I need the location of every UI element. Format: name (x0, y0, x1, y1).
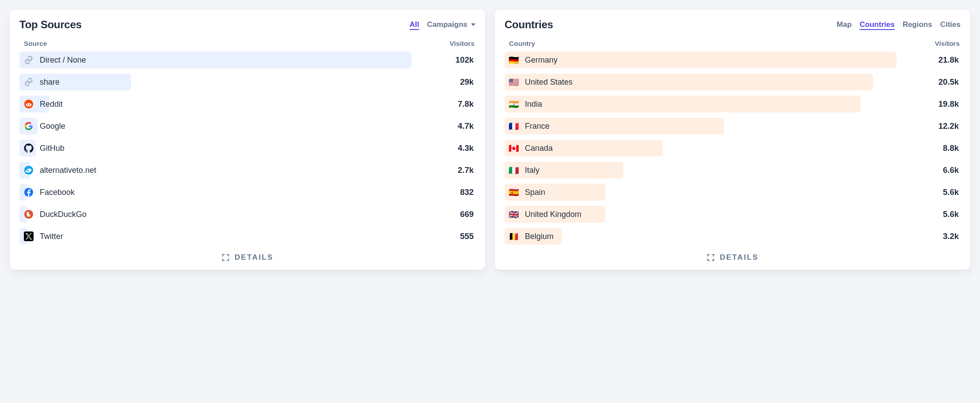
row-value: 8.8k (928, 143, 959, 153)
row-label: DuckDuckGo (40, 210, 87, 219)
row-left: DuckDuckGo (24, 209, 437, 219)
list-item[interactable]: GitHub4.3k (19, 138, 475, 158)
row-left: 🇪🇸Spain (509, 187, 922, 197)
row-left: Direct / None (24, 55, 437, 65)
row-left: 🇧🇪Belgium (509, 231, 922, 241)
flag-icon: 🇬🇧 (509, 209, 519, 219)
list-item[interactable]: share29k (19, 72, 475, 92)
chevron-down-icon (471, 23, 475, 26)
list-item[interactable]: alternativeto.net2.7k (19, 160, 475, 180)
ddg-icon (24, 209, 34, 219)
countries-rows: 🇩🇪Germany21.8k🇺🇸United States20.5k🇮🇳Indi… (505, 50, 961, 249)
card-header: Countries Map Countries Regions Cities (505, 19, 961, 31)
tab-all[interactable]: All (410, 20, 419, 29)
tab-cities[interactable]: Cities (940, 20, 961, 29)
sources-rows: Direct / None102kshare29kReddit7.8kGoogl… (19, 50, 475, 249)
row-label: Spain (525, 188, 545, 197)
tab-map[interactable]: Map (837, 20, 852, 29)
sources-column-header: Source Visitors (19, 37, 475, 50)
flag-icon: 🇫🇷 (509, 121, 519, 131)
list-item[interactable]: 🇨🇦Canada8.8k (505, 138, 961, 158)
row-label: Canada (525, 144, 553, 153)
list-item[interactable]: DuckDuckGo669 (19, 205, 475, 224)
list-item[interactable]: Facebook832 (19, 183, 475, 202)
flag-icon: 🇧🇪 (509, 231, 519, 241)
row-label: United Kingdom (525, 210, 581, 219)
row-left: 🇮🇹Italy (509, 165, 922, 175)
list-item[interactable]: 🇪🇸Spain5.6k (505, 183, 961, 202)
row-value: 29k (443, 77, 474, 87)
row-label: GitHub (40, 144, 64, 153)
row-value: 12.2k (928, 121, 959, 131)
countries-tabs: Map Countries Regions Cities (837, 20, 961, 29)
list-item[interactable]: Reddit7.8k (19, 94, 475, 114)
twitter-icon (24, 231, 34, 241)
row-label: Germany (525, 56, 558, 65)
sources-tabs: All Campaigns (410, 20, 475, 29)
card-title: Countries (505, 19, 553, 31)
list-item[interactable]: Google4.7k (19, 116, 475, 136)
row-left: 🇫🇷France (509, 121, 922, 131)
list-item[interactable]: 🇧🇪Belgium3.2k (505, 227, 961, 246)
row-label: share (40, 78, 60, 87)
list-item[interactable]: 🇮🇹Italy6.6k (505, 160, 961, 180)
row-value: 21.8k (928, 55, 959, 65)
row-label: Belgium (525, 232, 554, 241)
list-item[interactable]: 🇮🇳India19.8k (505, 94, 961, 114)
flag-icon: 🇪🇸 (509, 187, 519, 197)
col-source: Source (24, 40, 47, 48)
row-left: 🇮🇳India (509, 99, 922, 109)
list-item[interactable]: 🇬🇧United Kingdom5.6k (505, 205, 961, 224)
row-left: GitHub (24, 143, 437, 153)
row-left: Google (24, 121, 437, 131)
col-visitors: Visitors (449, 40, 475, 48)
row-label: Facebook (40, 188, 75, 197)
row-left: 🇬🇧United Kingdom (509, 209, 922, 219)
row-left: alternativeto.net (24, 165, 437, 175)
github-icon (24, 143, 34, 153)
flag-icon: 🇺🇸 (509, 77, 519, 87)
flag-icon: 🇩🇪 (509, 55, 519, 65)
row-value: 7.8k (443, 99, 474, 109)
expand-icon (221, 253, 230, 262)
row-value: 669 (443, 209, 474, 219)
link-icon (24, 77, 34, 87)
facebook-icon (24, 187, 34, 197)
google-icon (24, 121, 34, 131)
tab-campaigns-label: Campaigns (427, 20, 467, 29)
row-left: 🇺🇸United States (509, 77, 922, 87)
list-item[interactable]: Twitter555 (19, 227, 475, 246)
list-item[interactable]: 🇺🇸United States20.5k (505, 72, 961, 92)
countries-details-button[interactable]: DETAILS (505, 249, 961, 262)
tab-countries[interactable]: Countries (859, 20, 894, 29)
col-visitors: Visitors (935, 40, 960, 48)
flag-icon: 🇮🇹 (509, 165, 519, 175)
countries-column-header: Country Visitors (505, 37, 961, 50)
tab-regions[interactable]: Regions (903, 20, 932, 29)
row-label: India (525, 100, 542, 109)
flag-icon: 🇮🇳 (509, 99, 519, 109)
svg-point-2 (27, 104, 28, 105)
row-value: 832 (443, 187, 474, 197)
alt-icon (24, 165, 34, 175)
row-left: Facebook (24, 187, 437, 197)
svg-point-3 (30, 104, 30, 105)
tab-campaigns[interactable]: Campaigns (427, 20, 475, 29)
expand-icon (706, 253, 715, 262)
link-icon (24, 55, 34, 65)
details-label: DETAILS (720, 253, 758, 262)
row-left: 🇩🇪Germany (509, 55, 922, 65)
reddit-icon (24, 99, 34, 109)
row-left: share (24, 77, 437, 87)
svg-rect-9 (24, 231, 34, 241)
list-item[interactable]: 🇫🇷France12.2k (505, 116, 961, 136)
sources-details-button[interactable]: DETAILS (19, 249, 475, 262)
col-country: Country (509, 40, 535, 48)
row-value: 5.6k (928, 209, 959, 219)
svg-point-8 (29, 213, 30, 214)
row-value: 2.7k (443, 165, 474, 175)
list-item[interactable]: Direct / None102k (19, 50, 475, 70)
row-label: Twitter (40, 232, 63, 241)
row-label: alternativeto.net (40, 166, 96, 175)
list-item[interactable]: 🇩🇪Germany21.8k (505, 50, 961, 70)
